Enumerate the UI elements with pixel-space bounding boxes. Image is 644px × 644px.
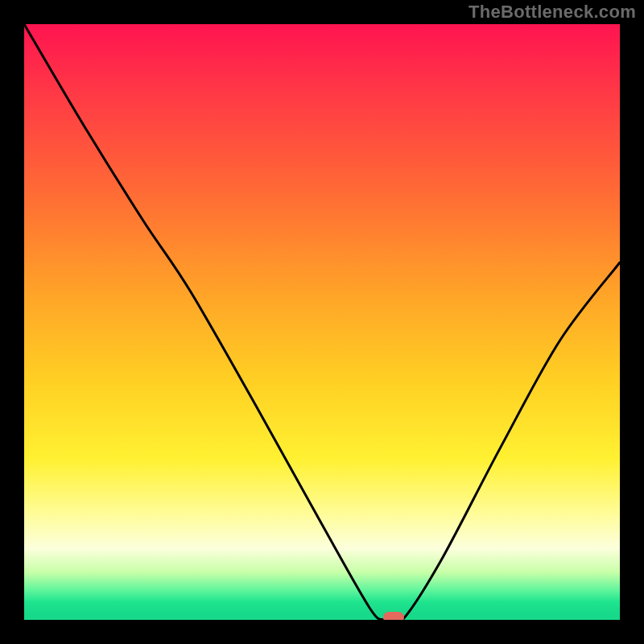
bottleneck-curve: [24, 24, 620, 620]
optimal-marker: [383, 612, 404, 620]
watermark-text: TheBottleneck.com: [469, 2, 636, 23]
plot-area: [24, 24, 620, 620]
chart-frame: TheBottleneck.com: [0, 0, 644, 644]
